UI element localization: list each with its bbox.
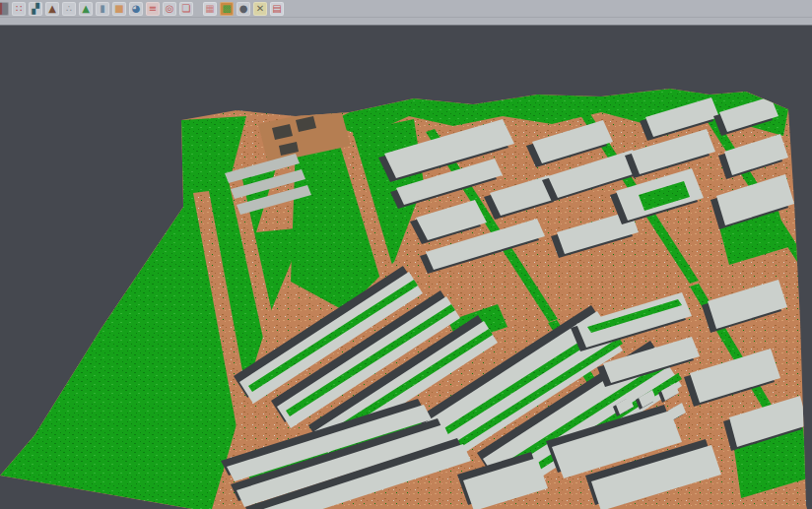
yellow-close-icon[interactable]: ✕ bbox=[253, 2, 267, 16]
points-gray-icon[interactable]: ∴ bbox=[62, 2, 76, 16]
ortho-square-icon[interactable]: ■ bbox=[112, 2, 126, 16]
red-dashed-square-icon[interactable]: ▦ bbox=[203, 2, 217, 16]
toolbar-separator bbox=[196, 2, 203, 16]
red-ring-icon[interactable]: ◎ bbox=[163, 2, 176, 16]
red-brackets-icon[interactable]: ❏ bbox=[179, 2, 193, 16]
globe-icon[interactable]: ◕ bbox=[129, 2, 143, 16]
terrain-brown-icon[interactable]: ▲ bbox=[45, 2, 59, 16]
toolbar-icon-row: ▌∷▞▲∴▲▮■◕≡◎❏▦▩●✕▤ bbox=[0, 0, 812, 18]
scatter-teal-icon[interactable]: ▞ bbox=[29, 2, 42, 16]
point-cloud-render bbox=[0, 26, 812, 509]
red-stripes-icon[interactable]: ▤ bbox=[270, 2, 284, 16]
app-window: { "window": { "toolbar": { "bg": "#b1b4b… bbox=[0, 0, 812, 509]
dark-sphere-icon[interactable]: ● bbox=[237, 2, 250, 16]
red-lines-icon[interactable]: ≡ bbox=[146, 2, 160, 16]
scatter-red-icon[interactable]: ∷ bbox=[12, 2, 26, 16]
colormap-icon[interactable]: ▩ bbox=[220, 2, 234, 16]
toolbar: ▌∷▞▲∴▲▮■◕≡◎❏▦▩●✕▤ bbox=[0, 0, 812, 26]
cropped-edge-icon[interactable]: ▌ bbox=[0, 2, 9, 16]
profile-bar-icon[interactable]: ▮ bbox=[96, 2, 109, 16]
3d-viewport[interactable] bbox=[0, 26, 812, 509]
terrain-green-icon[interactable]: ▲ bbox=[79, 2, 93, 16]
